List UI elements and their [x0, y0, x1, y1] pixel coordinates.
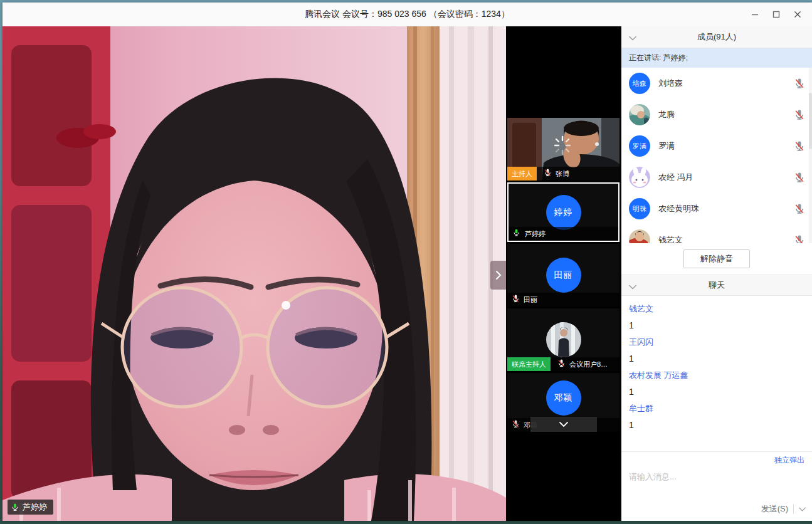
- window-title: 腾讯会议 会议号：985 023 656 （会议密码：1234）: [305, 9, 510, 20]
- mic-muted-icon[interactable]: [793, 234, 806, 243]
- send-divider: [793, 504, 794, 514]
- chat-message: 钱艺文 1: [629, 303, 804, 330]
- chevron-down-icon: [799, 507, 806, 511]
- chat-header: 聊天: [621, 275, 812, 296]
- desktop-wallpaper: 腾讯会议 会议号：985 023 656 （会议密码：1234）: [0, 0, 812, 524]
- strip-collapse-button[interactable]: [530, 417, 597, 432]
- unmute-area: 解除静音: [621, 243, 812, 275]
- chat-text: 1: [629, 387, 804, 397]
- thumbnail-name: 田丽: [524, 295, 537, 305]
- mic-muted-icon[interactable]: [793, 77, 806, 90]
- close-icon: [794, 11, 801, 18]
- mic-on-icon: [512, 228, 522, 240]
- mic-muted-icon[interactable]: [793, 171, 806, 184]
- mic-muted-icon: [557, 358, 567, 371]
- chat-sender[interactable]: 牟士群: [629, 403, 804, 414]
- speaker-name-label: 芦婷婷: [23, 501, 47, 513]
- avatar-qianyiwen-photo: [629, 229, 650, 243]
- thumbnail-lutingting[interactable]: 婷婷 芦婷婷: [507, 182, 620, 242]
- meeting-window: 腾讯会议 会议号：985 023 656 （会议密码：1234）: [3, 3, 812, 521]
- mic-on-icon: [11, 502, 19, 512]
- side-panel: 成员(91人) 正在讲话: 芦婷婷; 培森 刘培森: [621, 26, 812, 521]
- member-row-liupeisen[interactable]: 培森 刘培森: [621, 68, 812, 99]
- members-collapse-button[interactable]: [629, 33, 636, 43]
- minimize-button[interactable]: [744, 3, 766, 26]
- avatar-lutingting: 婷婷: [546, 195, 581, 230]
- mic-muted-icon[interactable]: [793, 202, 806, 215]
- minimize-icon: [751, 11, 759, 18]
- chat-sender[interactable]: 钱艺文: [629, 303, 804, 315]
- thumbnail-name: 芦婷婷: [525, 229, 546, 239]
- send-options-button[interactable]: [799, 507, 806, 511]
- chat-input-area: [621, 468, 812, 501]
- chat-text: 1: [629, 420, 804, 430]
- thumbnail-info-bar: 联席主持人 会议用户8…: [507, 357, 620, 371]
- close-button[interactable]: [787, 3, 808, 26]
- avatar-longteng-photo: [629, 104, 650, 125]
- mic-muted-icon: [511, 293, 521, 307]
- member-row-qianyiwen[interactable]: 钱艺文: [621, 224, 812, 243]
- member-row-longteng[interactable]: 龙腾: [621, 99, 812, 130]
- thumbnail-tianli[interactable]: 田丽 田丽: [507, 244, 620, 307]
- member-row-luoman[interactable]: 罗满 罗满: [621, 130, 812, 162]
- title-bar: 腾讯会议 会议号：985 023 656 （会议密码：1234）: [3, 3, 812, 26]
- thumbnail-name: 张博: [556, 169, 569, 179]
- cohost-badge: 联席主持人: [507, 357, 551, 371]
- video-thumbnail-strip: 主持人 张博: [506, 26, 621, 521]
- mic-muted-icon: [543, 167, 553, 181]
- avatar-tianli: 田丽: [546, 258, 581, 293]
- chat-message: 王闪闪 1: [629, 337, 804, 364]
- member-row-huangmingzhu[interactable]: 明珠 农经黄明珠: [621, 193, 812, 224]
- chat-message: 牟士群 1: [629, 403, 804, 430]
- content-area: 芦婷婷: [3, 26, 812, 521]
- thumbnail-name: 会议用户8…: [569, 360, 608, 369]
- thumbnail-zhangbo[interactable]: 主持人 张博: [507, 118, 620, 181]
- thumbnail-info-bar: 主持人 张博: [507, 167, 620, 181]
- avatar-fengyue-bunny: [629, 167, 650, 188]
- members-header: 成员(91人): [621, 26, 812, 48]
- host-badge: 主持人: [507, 167, 537, 181]
- avatar-photo-user8: [546, 322, 581, 357]
- avatar-luoman: 罗满: [629, 135, 650, 157]
- chevron-right-icon: [495, 270, 502, 280]
- member-list-scrollbar[interactable]: [809, 68, 812, 243]
- window-controls: [744, 3, 808, 26]
- send-bar: 发送(S): [621, 501, 812, 521]
- thumbnail-meeting-user8[interactable]: 联席主持人 会议用户8…: [507, 308, 620, 371]
- chat-title: 聊天: [709, 280, 725, 291]
- send-button[interactable]: 发送(S): [761, 503, 788, 515]
- member-list[interactable]: 培森 刘培森 龙腾: [621, 68, 812, 243]
- unmute-button[interactable]: 解除静音: [683, 249, 750, 268]
- chat-text: 1: [629, 320, 804, 330]
- chevron-down-icon: [629, 36, 636, 41]
- members-title: 成员(91人): [697, 31, 736, 43]
- speaking-banner: 正在讲话: 芦婷婷;: [621, 48, 812, 68]
- member-name: 农经 冯月: [658, 172, 693, 183]
- chat-message: 农村发展 万运鑫 1: [629, 370, 804, 397]
- collapse-strip-button[interactable]: [490, 261, 506, 290]
- main-video-feed[interactable]: 芦婷婷: [3, 26, 506, 521]
- maximize-button[interactable]: [766, 3, 787, 26]
- member-name: 罗满: [658, 140, 675, 152]
- member-name: 刘培森: [658, 78, 683, 89]
- chat-text: 1: [629, 354, 804, 364]
- popout-row: 独立弹出: [621, 451, 812, 468]
- mic-muted-icon: [511, 419, 521, 432]
- chevron-down-icon: [629, 285, 636, 290]
- popout-link[interactable]: 独立弹出: [774, 455, 804, 466]
- thumbnail-info-bar: 芦婷婷: [509, 227, 618, 241]
- mic-muted-icon[interactable]: [793, 140, 806, 152]
- maximize-icon: [772, 11, 780, 18]
- chat-input[interactable]: [629, 472, 804, 481]
- chat-sender[interactable]: 农村发展 万运鑫: [629, 370, 804, 381]
- mic-muted-icon[interactable]: [793, 108, 806, 121]
- avatar-liupeisen: 培森: [629, 73, 650, 94]
- chat-message-list[interactable]: 钱艺文 1 王闪闪 1 农村发展 万运鑫 1 牟士群 1: [621, 296, 812, 451]
- thumbnail-dengying[interactable]: 邓颖 邓颖: [507, 373, 620, 432]
- member-row-fengyue[interactable]: 农经 冯月: [621, 162, 812, 193]
- avatar-dengying: 邓颖: [546, 380, 581, 416]
- chat-sender[interactable]: 王闪闪: [629, 337, 804, 348]
- avatar-huangmingzhu: 明珠: [629, 198, 650, 219]
- chat-collapse-button[interactable]: [629, 282, 636, 291]
- thumbnail-info-bar: 田丽: [507, 293, 620, 307]
